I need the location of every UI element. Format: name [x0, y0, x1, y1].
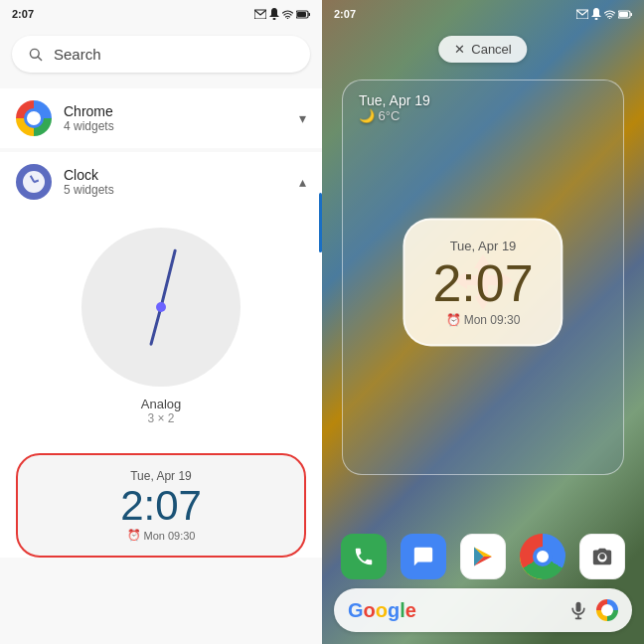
google-lens-icon[interactable] — [596, 599, 618, 621]
chrome-info: Chrome 4 widgets — [64, 103, 287, 133]
svg-rect-5 — [297, 12, 306, 17]
notification-icon-right — [591, 8, 601, 20]
status-time-right: 2:07 — [334, 8, 356, 20]
chrome-header[interactable]: Chrome 4 widgets ▾ — [0, 88, 322, 148]
google-logo: Google — [348, 599, 416, 622]
dock — [334, 534, 632, 579]
svg-rect-13 — [619, 12, 628, 17]
analog-widget-preview: Analog 3 × 2 — [0, 212, 322, 441]
analog-size: 3 × 2 — [147, 411, 174, 425]
placement-temp: 🌙 6°C — [359, 108, 430, 123]
svg-rect-18 — [576, 602, 581, 612]
clock-category: Clock 5 widgets ▴ Analog 3 × 2 — [0, 152, 322, 558]
status-icons-left — [254, 8, 310, 20]
status-bar-left: 2:07 — [0, 0, 322, 28]
camera-svg — [591, 546, 613, 567]
chrome-name: Chrome — [64, 103, 287, 119]
digital-time: 2:07 — [120, 485, 202, 527]
right-panel: 2:07 ✕ Cancel — [322, 0, 644, 644]
dock-phone-icon[interactable] — [341, 534, 387, 579]
clock-name: Clock — [64, 167, 287, 183]
analog-clock — [81, 228, 241, 387]
placement-info: Tue, Apr 19 🌙 6°C — [359, 92, 430, 123]
phone-svg — [353, 546, 375, 567]
messages-svg — [412, 546, 434, 567]
clock-icon-face — [23, 171, 45, 193]
wifi-icon-right — [604, 10, 615, 19]
microphone-icon[interactable] — [568, 600, 588, 620]
email-icon-right — [576, 9, 588, 19]
chrome-category: Chrome 4 widgets ▾ — [0, 88, 322, 148]
clock-widget-main: Tue, Apr 19 2:07 ⏰ Mon 09:30 — [402, 219, 563, 347]
digital-date: Tue, Apr 19 — [130, 469, 192, 483]
analog-label: Analog — [141, 397, 181, 411]
widget-alarm-time: Mon 09:30 — [464, 313, 521, 327]
clock-expand-icon[interactable]: ▴ — [299, 174, 306, 190]
chrome-count: 4 widgets — [64, 119, 287, 133]
cancel-x-icon: ✕ — [454, 42, 465, 57]
lens-inner — [601, 604, 613, 616]
placement-date: Tue, Apr 19 — [359, 92, 430, 108]
clock-header[interactable]: Clock 5 widgets ▴ — [0, 152, 322, 212]
svg-point-10 — [609, 17, 611, 18]
widget-main-alarm: ⏰ Mon 09:30 — [446, 313, 521, 327]
left-panel: 2:07 — [0, 0, 322, 644]
search-icon — [28, 47, 44, 63]
google-search-bar[interactable]: Google — [334, 588, 632, 632]
svg-point-2 — [287, 17, 289, 18]
play-store-svg — [471, 545, 495, 568]
svg-rect-4 — [309, 13, 311, 16]
cancel-button[interactable]: ✕ Cancel — [438, 36, 527, 63]
widget-placement-area: Tue, Apr 19 🌙 6°C — [342, 80, 624, 475]
alarm-icon: ⏰ — [127, 529, 141, 542]
battery-icon-left — [296, 10, 310, 19]
clock-info: Clock 5 widgets — [64, 167, 287, 197]
wifi-icon-left — [282, 10, 293, 19]
status-bar-right: 2:07 — [322, 0, 644, 28]
clock-count: 5 widgets — [64, 183, 287, 197]
status-time-left: 2:07 — [12, 8, 34, 20]
widget-alarm-icon: ⏰ — [446, 313, 461, 327]
clock-app-icon — [16, 164, 52, 200]
notification-icon — [269, 8, 279, 20]
digital-alarm: ⏰ Mon 09:30 — [127, 529, 196, 542]
chrome-expand-icon[interactable]: ▾ — [299, 110, 306, 126]
battery-icon-right — [618, 10, 632, 19]
dock-play-icon[interactable] — [460, 534, 506, 579]
svg-rect-1 — [273, 18, 276, 20]
analog-face — [81, 228, 241, 387]
svg-line-7 — [38, 57, 42, 61]
hour-hand — [149, 307, 162, 346]
digital-clock-preview[interactable]: Tue, Apr 19 2:07 ⏰ Mon 09:30 — [16, 453, 306, 558]
alarm-time: Mon 09:30 — [144, 530, 196, 542]
search-input-label: Search — [54, 46, 101, 63]
chrome-icon — [16, 100, 52, 136]
widget-main-date: Tue, Apr 19 — [450, 239, 517, 253]
minute-hand — [160, 248, 177, 307]
center-dot — [156, 302, 166, 312]
email-icon — [254, 9, 266, 19]
dock-camera-icon[interactable] — [579, 534, 625, 579]
widget-main-time: 2:07 — [432, 257, 533, 309]
search-bar[interactable]: Search — [12, 36, 310, 73]
cancel-label: Cancel — [471, 42, 511, 57]
dock-chrome-icon[interactable] — [520, 534, 565, 579]
svg-rect-12 — [631, 13, 633, 16]
dock-messages-icon[interactable] — [401, 534, 446, 579]
svg-rect-9 — [595, 18, 598, 20]
widget-list: Chrome 4 widgets ▾ Clock 5 widgets ▴ — [0, 80, 322, 644]
status-icons-right — [576, 8, 632, 20]
